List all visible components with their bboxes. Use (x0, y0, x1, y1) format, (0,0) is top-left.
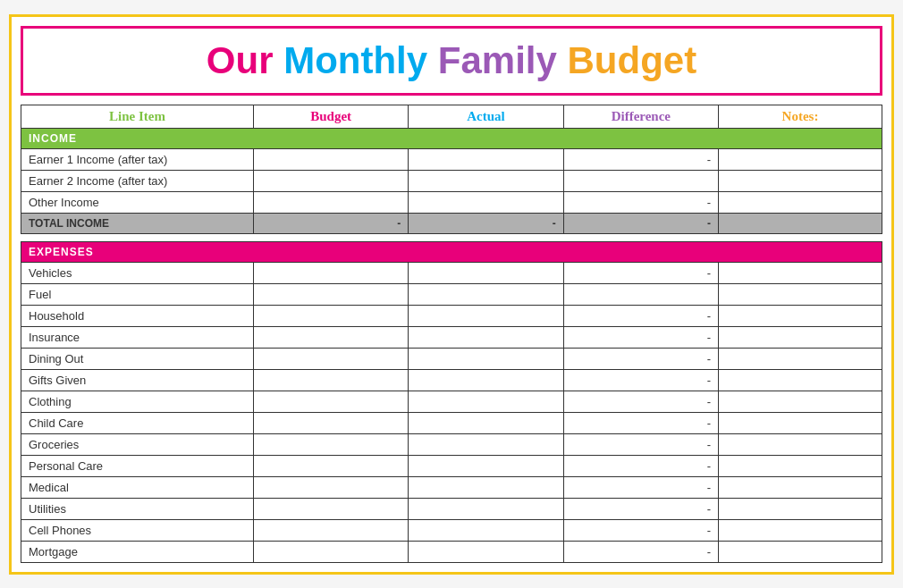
expense-row-notes[interactable] (718, 283, 882, 305)
expense-row-actual[interactable] (409, 433, 563, 455)
page-wrapper: Our Monthly Family Budget Line Item Budg… (9, 14, 894, 575)
expense-row-difference: - (563, 305, 718, 326)
header-line-item: Line Item (21, 105, 254, 128)
expense-row-difference: - (563, 498, 718, 519)
income-row-difference: - (563, 191, 718, 213)
expense-row-notes[interactable] (718, 433, 882, 455)
expense-row-label: Insurance (21, 326, 254, 348)
title-budget: Budget (568, 39, 697, 81)
expense-row-budget[interactable] (254, 326, 409, 348)
expense-row-budget[interactable] (254, 476, 409, 498)
spreadsheet: Line Item Budget Actual Difference Notes… (21, 105, 882, 563)
expense-row-notes[interactable] (718, 476, 882, 498)
income-row-actual[interactable] (409, 170, 563, 191)
expense-row-difference (563, 283, 718, 305)
expense-row-budget[interactable] (254, 412, 409, 433)
title-text: Our Monthly Family Budget (207, 39, 696, 81)
expense-row: Cell Phones - (21, 519, 882, 541)
expense-row-label: Medical (21, 476, 254, 498)
expense-row-label: Clothing (21, 391, 254, 412)
expense-row-label: Cell Phones (21, 519, 254, 541)
expense-row-actual[interactable] (409, 412, 563, 433)
income-row-notes[interactable] (718, 148, 882, 170)
expense-row-label: Fuel (21, 283, 254, 305)
expense-row: Child Care - (21, 412, 882, 433)
expense-row-label: Household (21, 305, 254, 326)
expense-row-actual[interactable] (409, 326, 563, 348)
expense-row-actual[interactable] (409, 348, 563, 369)
expense-row: Household - (21, 305, 882, 326)
expense-row-notes[interactable] (718, 391, 882, 412)
expense-row-actual[interactable] (409, 391, 563, 412)
expense-row-notes[interactable] (718, 262, 882, 283)
header-notes: Notes: (718, 105, 882, 128)
expense-row-budget[interactable] (254, 283, 409, 305)
total-income-budget: - (254, 213, 409, 233)
title-box: Our Monthly Family Budget (21, 26, 882, 96)
expense-row-difference: - (563, 433, 718, 455)
expense-row-notes[interactable] (718, 498, 882, 519)
expense-row-actual[interactable] (409, 283, 563, 305)
income-label: Income (21, 128, 882, 148)
income-row-actual[interactable] (409, 191, 563, 213)
expense-row-actual[interactable] (409, 498, 563, 519)
expense-row-notes[interactable] (718, 326, 882, 348)
header-budget: Budget (254, 105, 409, 128)
expense-row-label: Groceries (21, 433, 254, 455)
expense-row-budget[interactable] (254, 391, 409, 412)
expense-row-notes[interactable] (718, 519, 882, 541)
expense-row-difference: - (563, 541, 718, 562)
expense-row: Fuel (21, 283, 882, 305)
expense-row-notes[interactable] (718, 455, 882, 476)
expense-row-difference: - (563, 519, 718, 541)
expense-row: Medical - (21, 476, 882, 498)
expense-row-notes[interactable] (718, 412, 882, 433)
expense-row-actual[interactable] (409, 519, 563, 541)
expense-row-difference: - (563, 412, 718, 433)
expense-row-label: Utilities (21, 498, 254, 519)
income-row-budget[interactable] (254, 191, 409, 213)
expense-row-actual[interactable] (409, 455, 563, 476)
expense-row-budget[interactable] (254, 519, 409, 541)
expense-row-difference: - (563, 262, 718, 283)
income-row-difference: - (563, 148, 718, 170)
expense-row-actual[interactable] (409, 369, 563, 391)
expense-row-notes[interactable] (718, 541, 882, 562)
income-row-budget[interactable] (254, 170, 409, 191)
income-row-budget[interactable] (254, 148, 409, 170)
income-row-notes[interactable] (718, 170, 882, 191)
expense-row: Insurance - (21, 326, 882, 348)
expense-row-budget[interactable] (254, 541, 409, 562)
expense-row-notes[interactable] (718, 348, 882, 369)
expense-row: Personal Care - (21, 455, 882, 476)
expense-row-actual[interactable] (409, 262, 563, 283)
expense-row-notes[interactable] (718, 305, 882, 326)
income-row-actual[interactable] (409, 148, 563, 170)
expense-row: Utilities - (21, 498, 882, 519)
expense-row-label: Dining Out (21, 348, 254, 369)
expense-row-actual[interactable] (409, 476, 563, 498)
expense-row-actual[interactable] (409, 541, 563, 562)
header-actual: Actual (409, 105, 563, 128)
expense-row-budget[interactable] (254, 348, 409, 369)
expense-row-budget[interactable] (254, 455, 409, 476)
expense-row-budget[interactable] (254, 433, 409, 455)
expense-row-actual[interactable] (409, 305, 563, 326)
expense-row-budget[interactable] (254, 498, 409, 519)
expense-row: Mortgage - (21, 541, 882, 562)
income-row-difference (563, 170, 718, 191)
income-row-notes[interactable] (718, 191, 882, 213)
expense-row-notes[interactable] (718, 369, 882, 391)
expense-row-label: Mortgage (21, 541, 254, 562)
total-income-notes (718, 213, 882, 233)
expense-row-label: Gifts Given (21, 369, 254, 391)
income-row: Earner 1 Income (after tax) - (21, 148, 882, 170)
total-income-row: Total Income - - - (21, 213, 882, 233)
expense-row-budget[interactable] (254, 305, 409, 326)
header-difference: Difference (563, 105, 718, 128)
title-our: Our (207, 39, 283, 81)
total-income-difference: - (563, 213, 718, 233)
expense-row-budget[interactable] (254, 369, 409, 391)
expense-row-difference: - (563, 391, 718, 412)
expense-row-budget[interactable] (254, 262, 409, 283)
